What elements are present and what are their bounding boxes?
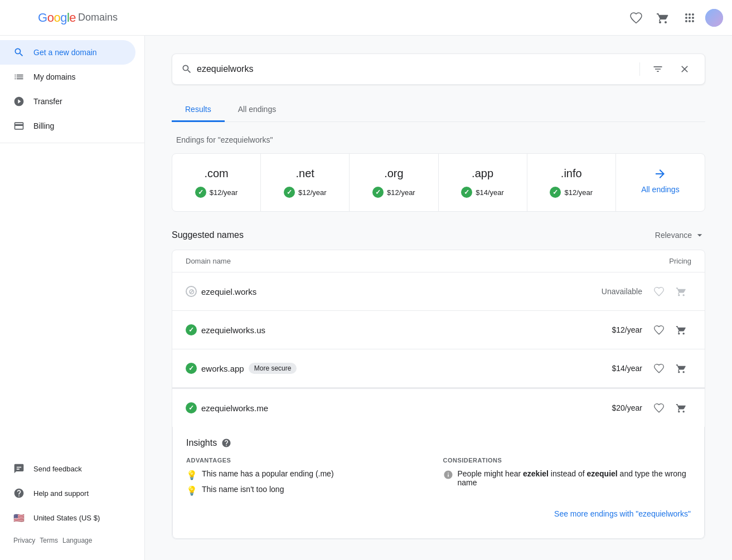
ending-ext: .app: [448, 167, 518, 180]
suggested-section: Suggested names Relevance Domain name Pr…: [172, 230, 705, 539]
ending-price: $12/year: [536, 187, 607, 198]
endings-section: Endings for "ezequielworks" .com $12/yea…: [172, 135, 705, 212]
google-logo: Google Domains: [38, 11, 118, 25]
see-more-link[interactable]: See more endings with "ezequielworks": [554, 509, 691, 518]
wishlist-btn[interactable]: [649, 320, 669, 340]
ending-price: $12/year: [358, 187, 429, 198]
clear-button[interactable]: [673, 58, 696, 80]
ending-price: $14/year: [448, 187, 518, 198]
ending-price: $12/year: [181, 187, 251, 198]
filter-button[interactable]: [647, 58, 669, 80]
sidebar-item-help[interactable]: Help and support: [0, 481, 135, 505]
check-icon: [550, 187, 561, 198]
list-icon: [13, 71, 25, 82]
sidebar-divider: [0, 143, 144, 143]
search-divider: [639, 62, 640, 76]
cart-button[interactable]: [652, 7, 674, 29]
sidebar-item-transfer[interactable]: Transfer: [0, 89, 135, 114]
footer-language-link[interactable]: Language: [62, 537, 92, 544]
unavailable-status-icon: ⊘: [186, 286, 201, 297]
ending-ext: .net: [270, 167, 340, 180]
consideration-icon: [443, 470, 453, 480]
check-icon: [186, 324, 197, 335]
table-row: ezequielworks.me $20/year: [172, 388, 705, 427]
app-layout: Get a new domain My domains Transfer Bil…: [0, 0, 732, 560]
ending-ext: .org: [358, 167, 429, 180]
wishlist-button[interactable]: [625, 7, 647, 29]
advantage-icon: 💡: [186, 485, 197, 496]
ending-com[interactable]: .com $12/year: [172, 154, 261, 211]
feedback-icon: [13, 463, 25, 474]
sidebar: Get a new domain My domains Transfer Bil…: [0, 36, 145, 560]
suggested-title: Suggested names: [172, 230, 244, 240]
sidebar-item-my-domains[interactable]: My domains: [0, 65, 135, 89]
ending-app[interactable]: .app $14/year: [439, 154, 527, 211]
sidebar-item-label: Transfer: [33, 97, 62, 106]
tab-results[interactable]: Results: [172, 98, 225, 122]
table-header: Domain name Pricing: [172, 250, 705, 272]
header-right: [625, 7, 723, 29]
sidebar-item-feedback[interactable]: Send feedback: [0, 456, 135, 481]
tab-all-endings[interactable]: All endings: [225, 98, 290, 122]
sidebar-item-label: United States (US $): [33, 514, 100, 522]
app-header: Google Domains: [0, 0, 732, 36]
domain-actions: [649, 398, 691, 418]
see-more: See more endings with "ezequielworks": [186, 500, 691, 527]
advantages-label: ADVANTAGES: [186, 457, 434, 464]
sidebar-item-label: Send feedback: [33, 465, 82, 473]
sidebar-item-region[interactable]: 🇺🇸 United States (US $): [0, 505, 135, 530]
consideration-text: People might hear ezekiel instead of eze…: [458, 469, 691, 487]
wishlist-btn[interactable]: [649, 281, 669, 301]
domain-price: $14/year: [612, 364, 642, 373]
header-left: Google Domains: [9, 7, 118, 29]
insights-help-icon: [221, 438, 231, 448]
wishlist-btn[interactable]: [649, 358, 669, 378]
ending-ext: .info: [536, 167, 607, 180]
sidebar-item-label: Billing: [33, 121, 54, 130]
ending-info[interactable]: .info $12/year: [527, 154, 616, 211]
ending-org[interactable]: .org $12/year: [350, 154, 438, 211]
ending-net[interactable]: .net $12/year: [261, 154, 350, 211]
insight-item: 💡 This name isn't too long: [186, 485, 434, 496]
cart-btn[interactable]: [671, 320, 691, 340]
avatar[interactable]: [705, 9, 723, 27]
cart-btn[interactable]: [671, 398, 691, 418]
all-endings-label: All endings: [625, 167, 696, 194]
cart-btn[interactable]: [671, 281, 691, 301]
ending-ext: .com: [181, 167, 251, 180]
advantage-text: This name isn't too long: [202, 485, 284, 494]
footer-terms-link[interactable]: Terms: [40, 537, 58, 544]
sort-label: Relevance: [655, 231, 692, 240]
apps-button[interactable]: [678, 7, 701, 29]
table-row: ezequielworks.us $12/year: [172, 311, 705, 349]
cart-btn[interactable]: [671, 358, 691, 378]
logo-google: Google: [38, 11, 76, 25]
menu-button[interactable]: [9, 7, 31, 29]
col-domain: Domain name: [186, 257, 231, 265]
domain-name: ezequiel.works: [201, 287, 602, 296]
domain-price: $20/year: [612, 403, 642, 412]
logo-domains: Domains: [78, 12, 118, 23]
insights-advantages: ADVANTAGES 💡 This name has a popular end…: [186, 457, 434, 500]
suggested-header: Suggested names Relevance: [172, 230, 705, 241]
sidebar-item-billing[interactable]: Billing: [0, 114, 135, 138]
sort-dropdown[interactable]: Relevance: [655, 230, 705, 241]
domain-actions: [649, 320, 691, 340]
domain-name: eworks.app More secure: [201, 363, 612, 374]
check-icon: [195, 187, 206, 198]
unavailable-text: Unavailable: [602, 287, 642, 296]
flag-icon: 🇺🇸: [13, 512, 25, 523]
sidebar-item-label: My domains: [33, 72, 75, 81]
search-input[interactable]: [197, 64, 633, 74]
check-icon: [461, 187, 472, 198]
sidebar-item-new-domain[interactable]: Get a new domain: [0, 40, 135, 65]
search-bar: [172, 53, 705, 85]
domain-name: ezequielworks.me: [201, 403, 612, 413]
table-row: eworks.app More secure $14/year: [172, 349, 705, 388]
footer-privacy-link[interactable]: Privacy: [13, 537, 35, 544]
sidebar-item-label: Help and support: [33, 489, 89, 498]
available-status-icon: [186, 402, 201, 413]
ending-all-link[interactable]: All endings: [616, 154, 705, 211]
wishlist-btn[interactable]: [649, 398, 669, 418]
sidebar-bottom: Send feedback Help and support 🇺🇸 United…: [0, 452, 144, 556]
